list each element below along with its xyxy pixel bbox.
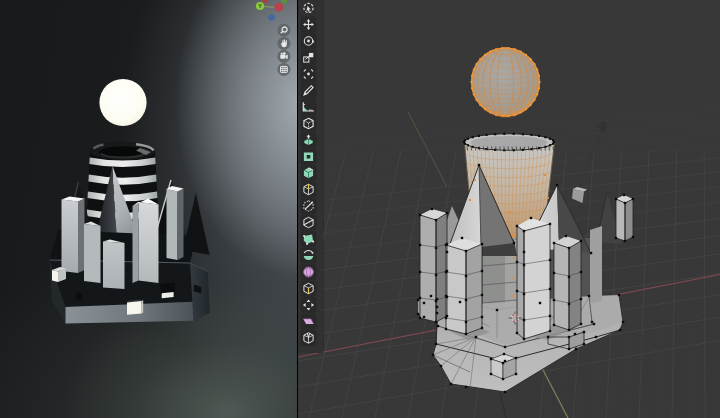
svg-text:Y: Y [258,3,262,9]
